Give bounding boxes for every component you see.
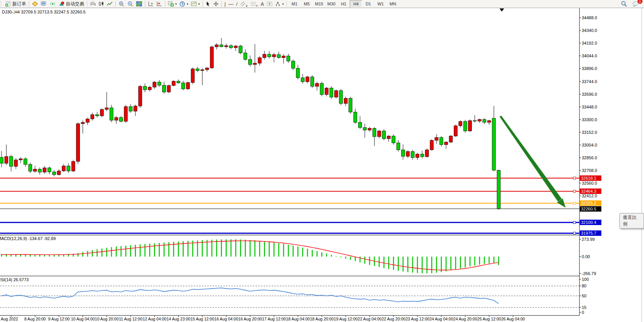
zoom-out-button[interactable] (126, 0, 134, 7)
chat-button[interactable]: 1 (631, 0, 640, 7)
candle-body (28, 164, 32, 171)
timeframe-button-d1[interactable]: D1 (362, 0, 374, 8)
candle-body (430, 140, 433, 150)
line-drag-handle[interactable] (573, 202, 576, 204)
add-indicator-button[interactable]: ▾ (167, 0, 178, 7)
trendline-tool-button[interactable]: / (235, 0, 239, 7)
toolbar-separator (87, 1, 87, 7)
zoom-in-icon (118, 1, 124, 7)
zoom-out-icon (127, 1, 133, 7)
new-order-button[interactable]: 新订单 (4, 0, 27, 7)
template-button[interactable]: ▾ (190, 0, 201, 7)
price-line-label[interactable]: 32260.5 (580, 206, 601, 212)
price-line-label[interactable]: 32464.3 (580, 189, 601, 194)
candle-body (172, 81, 175, 85)
time-tick-label: 10 Aug 04:00 (71, 317, 95, 321)
horizontal-line-tool-button[interactable]: — (227, 0, 234, 7)
tile-windows-button[interactable] (135, 0, 143, 7)
price-tick-label: 32856.0 (582, 155, 597, 160)
timeframe-button-h4[interactable]: H4 (350, 0, 362, 8)
time-tick-label: 26 Aug 04:00 (501, 317, 525, 321)
candle-body (186, 83, 190, 89)
candle-body (239, 46, 242, 53)
chevron-down-icon: ▾ (187, 2, 188, 6)
terminal-button[interactable] (40, 0, 48, 7)
objects-button[interactable] (31, 0, 39, 7)
time-tick-label: 12 Aug 04:00 (143, 317, 166, 321)
candle-body (167, 85, 171, 92)
text-tool-button[interactable]: A (259, 0, 265, 7)
candle-body (95, 115, 99, 116)
candle-body (310, 77, 314, 87)
price-line-label[interactable]: 31975.7 (580, 230, 601, 236)
timeframe-button-m1[interactable]: M1 (288, 0, 300, 8)
rsi-tick-label: 0 (582, 310, 584, 315)
cursor-tool-button[interactable] (204, 0, 212, 7)
candle-body (435, 137, 438, 140)
candle-body (440, 137, 443, 145)
text-label-tool-button[interactable]: T (266, 0, 274, 7)
rsi-indicator-label: RSI(14) 26.5773 (0, 277, 29, 282)
candle-body (158, 82, 161, 85)
vertical-scale-tooltip: 垂直比例 (619, 213, 644, 229)
candle-body (301, 78, 304, 82)
timeframe-button-m5[interactable]: M5 (300, 0, 313, 8)
chevron-down-icon: ▾ (175, 2, 177, 6)
candle-body (459, 122, 462, 126)
text-label-icon: T (267, 1, 272, 7)
line-drag-handle[interactable] (573, 221, 576, 224)
candle-body (234, 46, 237, 48)
candle-body (215, 45, 218, 47)
zoom-in-button[interactable] (117, 0, 126, 7)
time-tick-label: 25 Aug 12:00 (477, 317, 501, 321)
time-tick-label: 9 Aug 12:00 (48, 317, 70, 321)
crosshair-tool-button[interactable] (212, 0, 220, 7)
price-line-label[interactable]: 32618.1 (580, 175, 601, 181)
chart-canvas[interactable]: 34488.034340.034192.034044.033896.033744… (0, 0, 644, 322)
timeframe-button-w1[interactable]: W1 (374, 0, 387, 8)
candle-body (344, 98, 347, 103)
signal-button[interactable] (48, 0, 57, 7)
candle-body (220, 45, 223, 47)
timeframe-button-m15[interactable]: M15 (313, 0, 325, 8)
fibonacci-tool-button[interactable]: F (249, 0, 259, 7)
candle-body (359, 122, 362, 127)
price-line-label[interactable]: 32100.4 (580, 220, 601, 225)
candle-body (0, 157, 3, 164)
template-icon (191, 1, 197, 7)
price-line-label[interactable]: 32325.2 (580, 200, 601, 206)
toolbar: 新订单 自动交易 (0, 0, 644, 8)
auto-scroll-button[interactable] (155, 0, 163, 7)
candle-body (71, 162, 75, 171)
arrows-tool-button[interactable]: ▾ (274, 0, 285, 7)
vertical-line-tool-button[interactable]: | (223, 0, 227, 7)
chat-badge: 1 (637, 0, 643, 4)
line-drag-handle[interactable] (573, 232, 576, 234)
line-drag-handle[interactable] (573, 177, 576, 179)
candle-body (201, 70, 204, 70)
trend-arrow-shaft[interactable] (500, 116, 562, 202)
line-drag-handle[interactable] (573, 190, 576, 192)
price-tick-label: 33300.0 (582, 117, 597, 122)
time-tick-label: 17 Aug 12:00 (262, 317, 286, 321)
rsi-tick-label: 100 (582, 277, 589, 282)
candle-body (134, 106, 137, 111)
price-tick-label: 33896.0 (582, 66, 597, 71)
autotrade-button[interactable]: 自动交易 (57, 0, 85, 7)
line-chart-icon (107, 1, 113, 7)
chart-shift-button[interactable] (147, 0, 155, 7)
bar-chart-type-button[interactable] (89, 0, 97, 7)
candle-chart-type-button[interactable] (97, 0, 105, 7)
channel-tool-button[interactable]: E (239, 0, 249, 7)
macd-tick-label: -266.79 (582, 271, 596, 276)
candle-body (282, 56, 285, 57)
search-button[interactable] (620, 0, 628, 7)
line-chart-type-button[interactable] (106, 0, 114, 7)
timeframe-button-m30[interactable]: M30 (325, 0, 337, 8)
timeframe-button-h1[interactable]: H1 (337, 0, 350, 8)
period-button[interactable]: ▾ (178, 0, 189, 7)
candle-body (196, 69, 199, 70)
candle-body (206, 68, 209, 70)
candle-body (115, 118, 118, 120)
timeframe-button-mn[interactable]: MN (387, 0, 399, 8)
